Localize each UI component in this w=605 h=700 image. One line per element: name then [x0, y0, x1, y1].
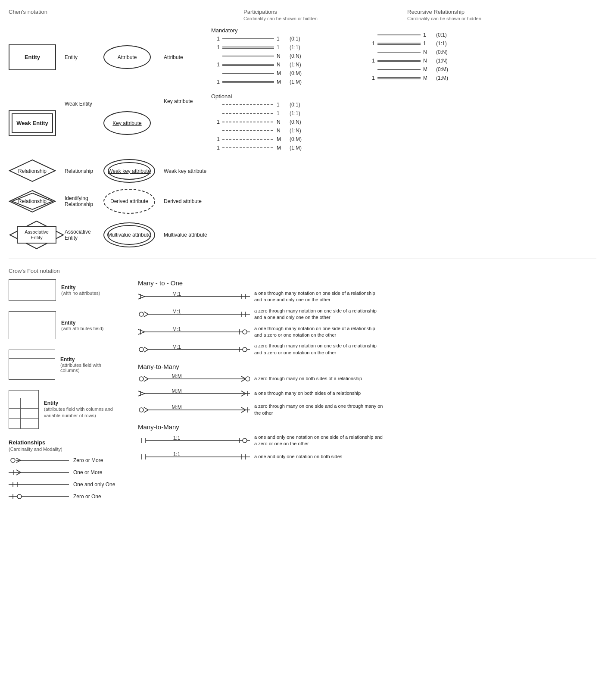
key-attr-shape-container: Key attribute — [103, 93, 164, 153]
svg-text:M:1: M:1 — [172, 291, 181, 297]
opt-right-11: 1 — [277, 110, 285, 116]
participation-row-1m: 1 M (1:M) — [211, 78, 362, 85]
assoc-entity-shape-container: AssociativeEntity — [9, 220, 65, 250]
rec-row-1m: 1 M (1:M) — [366, 75, 596, 81]
id-relationship-label: Relationship — [18, 198, 47, 204]
participation-line-0n — [222, 53, 274, 59]
opt-line-11 — [222, 110, 274, 117]
svg-line-44 — [138, 297, 145, 299]
opt-row-11: 1 (1:1) — [211, 110, 362, 117]
p-notation-01: (0:1) — [290, 36, 300, 42]
rec-line-0m — [377, 66, 421, 73]
participation-line-1n — [222, 61, 274, 68]
mm-line-2: M:M — [138, 388, 250, 399]
relationship-shape-container: Relationship — [9, 159, 65, 183]
rec-row-1n: 1 N (1:N) — [366, 57, 596, 64]
participations-sublabel: Cardinality can be shown or hidden — [243, 16, 407, 21]
opt-row-0m: 1 M (0:M) — [211, 136, 362, 143]
chens-notation-label: Chen's notation — [9, 9, 243, 15]
svg-line-85 — [241, 394, 246, 396]
p-notation-0m: (0:M) — [290, 70, 302, 76]
m1-line-1: M:1 — [138, 291, 250, 302]
p-left-11: 1 — [211, 44, 220, 50]
participation-row-01: 1 1 (0:1) — [211, 35, 362, 42]
rec-line-01 — [377, 31, 421, 38]
main-container: Chen's notation Participations Cardinali… — [9, 9, 596, 504]
rec-notation-0n: (0:N) — [436, 49, 448, 55]
one-and-only-one-symbol — [9, 480, 69, 489]
svg-line-65 — [144, 347, 148, 350]
cf-entities-column: Entity (with no attributes) Entity (with… — [9, 279, 121, 504]
opt-row-01: 1 (0:1) — [211, 101, 362, 108]
m1-line-4: M:1 — [138, 344, 250, 355]
opt-line-0n — [222, 119, 274, 125]
participation-row-11: 1 1 (1:1) — [211, 44, 362, 51]
opt-line-01 — [222, 101, 274, 108]
opt-notation-0n: (0:N) — [290, 119, 301, 125]
opt-notation-1m: (1:M) — [290, 145, 302, 151]
cf-entity-cols-sublabel: (attributes field with columns) — [60, 362, 121, 373]
opt-notation-01: (0:1) — [290, 102, 300, 108]
rel-sym-one-and-only-one: One and only One — [9, 480, 121, 489]
rel-sym-one-or-more: One or More — [9, 468, 121, 477]
cf-entity-simple-row: Entity (with no attributes) — [9, 279, 121, 301]
m1-line-3: M:1 — [138, 327, 250, 337]
mm-line-3: M:M — [138, 405, 250, 415]
mandatory-section: Mandatory 1 1 (0:1) 1 1 (1:1) — [211, 27, 362, 87]
rec-row-11: 1 1 (1:1) — [366, 40, 596, 47]
rec-row-0n: N (0:N) — [366, 49, 596, 56]
cf-entity-vrows-label-wrap: Entity (attributes field with columns an… — [44, 400, 121, 419]
svg-text:M:1: M:1 — [172, 327, 181, 332]
svg-line-72 — [144, 376, 148, 379]
opt-left-1m: 1 — [211, 145, 220, 151]
many-to-one-label: Many - to - One — [138, 279, 596, 287]
m1-row-1: M:1 a one through many notation on one s… — [138, 290, 596, 303]
rec-notation-1n: (1:N) — [436, 58, 448, 64]
weak-key-attr-shape-container: Weak key attribute — [103, 159, 164, 183]
relationships-bottom-label: Relationships — [9, 439, 121, 446]
cf-entity-vrows-sublabel: (attributes field with columns and varia… — [44, 406, 121, 419]
rec-notation-0m: (0:M) — [436, 66, 448, 72]
svg-text:1:1: 1:1 — [173, 435, 181, 441]
rec-line-11 — [377, 40, 421, 47]
one-or-more-symbol — [9, 468, 69, 477]
p-right-11: 1 — [277, 44, 285, 50]
opt-right-1n: N — [277, 128, 285, 134]
m1-row-4: M:1 a zero through many notation on one … — [138, 343, 596, 356]
svg-line-76 — [241, 376, 246, 379]
opt-line-0m — [222, 136, 274, 143]
recursive-mandatory-section: 1 (0:1) 1 1 (1:1) N (0:N) — [362, 31, 596, 83]
opt-notation-0m: (0:M) — [290, 136, 302, 142]
rec-right-0m: M — [423, 66, 432, 72]
attribute-desc: Attribute — [164, 54, 211, 60]
svg-line-51 — [144, 312, 148, 314]
svg-line-36 — [16, 472, 21, 475]
assoc-entity-shape: AssociativeEntity — [9, 220, 65, 250]
mm-line-1: M:M — [138, 374, 250, 384]
svg-point-42 — [17, 494, 22, 499]
11-line-2: 1:1 — [138, 452, 250, 462]
recursive-label: Recursive Relationship — [407, 9, 596, 15]
rel-sym-zero-or-one: Zero or One — [9, 492, 121, 501]
section-divider — [9, 259, 596, 259]
rec-left-11: 1 — [366, 41, 375, 47]
rec-left-1m: 1 — [366, 75, 375, 81]
multivalue-attr-shape-container: Multivalue attribute — [103, 222, 164, 247]
rec-right-11: 1 — [423, 41, 432, 47]
participations-label: Participations — [243, 9, 407, 15]
rec-row-0m: M (0:M) — [366, 66, 596, 73]
cf-entity-vrows-shape — [9, 390, 39, 429]
entity-shape: Entity — [9, 44, 56, 70]
assoc-entity-desc: Associative Entity — [65, 229, 103, 241]
recursive-sublabel: Cardinality can be shown or hidden — [407, 16, 596, 21]
multivalue-attr-shape: Multivalue attribute — [103, 222, 155, 247]
rec-right-01: 1 — [423, 32, 432, 38]
m1-desc-4: a zero through many notation on one side… — [254, 343, 384, 356]
m1-desc-1: a one through many notation on one side … — [254, 290, 384, 303]
cf-entity-vrows-row: Entity (attributes field with columns an… — [9, 390, 121, 429]
cf-entity-simple-label: Entity — [61, 284, 100, 291]
opt-line-1m — [222, 144, 274, 151]
rec-notation-1m: (1:M) — [436, 75, 448, 81]
opt-left-0n: 1 — [211, 119, 220, 125]
many-to-many2-label: Many-to-Many — [138, 423, 596, 431]
